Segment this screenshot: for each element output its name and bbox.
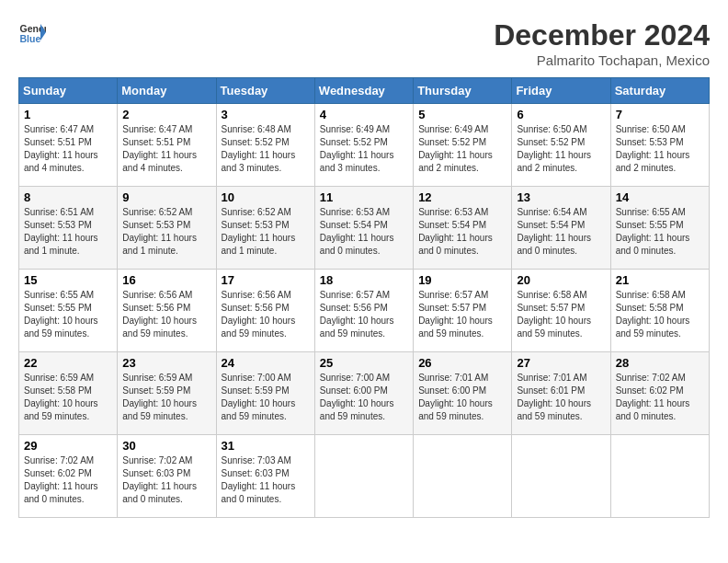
day-info: Sunrise: 6:51 AMSunset: 5:53 PMDaylight:… xyxy=(24,206,112,258)
calendar-day-cell xyxy=(414,435,512,518)
day-number: 20 xyxy=(517,273,605,287)
day-number: 21 xyxy=(616,273,704,287)
calendar-week-row: 29 Sunrise: 7:02 AMSunset: 6:02 PMDaylig… xyxy=(19,435,710,518)
day-number: 3 xyxy=(222,108,310,121)
col-monday: Monday xyxy=(118,78,216,104)
day-number: 22 xyxy=(24,356,112,370)
title-area: December 2024 Palmarito Tochapan, Mexico xyxy=(494,18,710,68)
day-info: Sunrise: 6:47 AMSunset: 5:51 PMDaylight:… xyxy=(122,123,210,175)
calendar-week-row: 1 Sunrise: 6:47 AMSunset: 5:51 PMDayligh… xyxy=(19,104,710,187)
day-number: 13 xyxy=(517,190,605,204)
calendar-day-cell: 4 Sunrise: 6:49 AMSunset: 5:52 PMDayligh… xyxy=(314,104,413,187)
day-number: 26 xyxy=(418,356,506,370)
day-info: Sunrise: 6:56 AMSunset: 5:56 PMDaylight:… xyxy=(122,289,210,340)
col-sunday: Sunday xyxy=(19,78,118,104)
day-number: 30 xyxy=(122,439,210,453)
col-thursday: Thursday xyxy=(414,78,512,104)
calendar-day-cell: 2 Sunrise: 6:47 AMSunset: 5:51 PMDayligh… xyxy=(118,104,216,187)
col-saturday: Saturday xyxy=(610,78,709,104)
header: General Blue December 2024 Palmarito Toc… xyxy=(18,18,710,68)
col-wednesday: Wednesday xyxy=(314,78,413,104)
day-info: Sunrise: 6:58 AMSunset: 5:57 PMDaylight:… xyxy=(517,289,605,340)
day-info: Sunrise: 7:03 AMSunset: 6:03 PMDaylight:… xyxy=(222,454,310,506)
day-info: Sunrise: 6:49 AMSunset: 5:52 PMDaylight:… xyxy=(418,123,506,175)
day-info: Sunrise: 7:01 AMSunset: 6:00 PMDaylight:… xyxy=(418,372,506,423)
calendar-day-cell: 30 Sunrise: 7:02 AMSunset: 6:03 PMDaylig… xyxy=(118,435,216,518)
calendar-day-cell: 8 Sunrise: 6:51 AMSunset: 5:53 PMDayligh… xyxy=(19,187,118,270)
day-number: 7 xyxy=(616,108,704,121)
calendar-day-cell: 11 Sunrise: 6:53 AMSunset: 5:54 PMDaylig… xyxy=(314,187,413,270)
calendar-day-cell: 18 Sunrise: 6:57 AMSunset: 5:56 PMDaylig… xyxy=(314,270,413,352)
day-number: 18 xyxy=(320,273,408,287)
day-info: Sunrise: 7:01 AMSunset: 6:01 PMDaylight:… xyxy=(517,372,605,423)
logo-icon: General Blue xyxy=(18,18,46,46)
day-info: Sunrise: 6:58 AMSunset: 5:58 PMDaylight:… xyxy=(616,289,704,340)
calendar-week-row: 22 Sunrise: 6:59 AMSunset: 5:58 PMDaylig… xyxy=(19,352,710,435)
logo: General Blue xyxy=(18,18,46,46)
calendar-week-row: 15 Sunrise: 6:55 AMSunset: 5:55 PMDaylig… xyxy=(19,270,710,352)
calendar-day-cell xyxy=(314,435,413,518)
day-info: Sunrise: 6:57 AMSunset: 5:57 PMDaylight:… xyxy=(418,289,506,340)
calendar-day-cell: 21 Sunrise: 6:58 AMSunset: 5:58 PMDaylig… xyxy=(610,270,709,352)
svg-text:Blue: Blue xyxy=(20,33,41,44)
location-title: Palmarito Tochapan, Mexico xyxy=(494,52,710,68)
day-info: Sunrise: 6:55 AMSunset: 5:55 PMDaylight:… xyxy=(616,206,704,258)
day-info: Sunrise: 6:52 AMSunset: 5:53 PMDaylight:… xyxy=(222,206,310,258)
day-number: 24 xyxy=(222,356,310,370)
day-number: 17 xyxy=(222,273,310,287)
calendar-day-cell: 22 Sunrise: 6:59 AMSunset: 5:58 PMDaylig… xyxy=(19,352,118,435)
calendar-day-cell: 9 Sunrise: 6:52 AMSunset: 5:53 PMDayligh… xyxy=(118,187,216,270)
calendar-table: Sunday Monday Tuesday Wednesday Thursday… xyxy=(18,77,710,518)
calendar-day-cell: 20 Sunrise: 6:58 AMSunset: 5:57 PMDaylig… xyxy=(512,270,610,352)
day-number: 12 xyxy=(418,190,506,204)
day-info: Sunrise: 6:50 AMSunset: 5:53 PMDaylight:… xyxy=(616,123,704,175)
day-number: 19 xyxy=(418,273,506,287)
day-number: 4 xyxy=(320,108,408,121)
day-number: 31 xyxy=(222,439,310,453)
calendar-day-cell: 19 Sunrise: 6:57 AMSunset: 5:57 PMDaylig… xyxy=(414,270,512,352)
calendar-day-cell: 17 Sunrise: 6:56 AMSunset: 5:56 PMDaylig… xyxy=(216,270,314,352)
day-info: Sunrise: 6:53 AMSunset: 5:54 PMDaylight:… xyxy=(418,206,506,258)
day-number: 16 xyxy=(122,273,210,287)
calendar-day-cell: 6 Sunrise: 6:50 AMSunset: 5:52 PMDayligh… xyxy=(512,104,610,187)
calendar-day-cell xyxy=(610,435,709,518)
day-number: 2 xyxy=(122,108,210,121)
calendar-day-cell: 16 Sunrise: 6:56 AMSunset: 5:56 PMDaylig… xyxy=(118,270,216,352)
day-info: Sunrise: 6:59 AMSunset: 5:59 PMDaylight:… xyxy=(122,372,210,423)
day-info: Sunrise: 6:57 AMSunset: 5:56 PMDaylight:… xyxy=(320,289,408,340)
calendar-week-row: 8 Sunrise: 6:51 AMSunset: 5:53 PMDayligh… xyxy=(19,187,710,270)
day-info: Sunrise: 6:59 AMSunset: 5:58 PMDaylight:… xyxy=(24,372,112,423)
calendar-day-cell: 13 Sunrise: 6:54 AMSunset: 5:54 PMDaylig… xyxy=(512,187,610,270)
day-info: Sunrise: 6:55 AMSunset: 5:55 PMDaylight:… xyxy=(24,289,112,340)
calendar-day-cell: 24 Sunrise: 7:00 AMSunset: 5:59 PMDaylig… xyxy=(216,352,314,435)
day-number: 25 xyxy=(320,356,408,370)
calendar-day-cell: 31 Sunrise: 7:03 AMSunset: 6:03 PMDaylig… xyxy=(216,435,314,518)
day-number: 1 xyxy=(24,108,112,121)
calendar-day-cell: 12 Sunrise: 6:53 AMSunset: 5:54 PMDaylig… xyxy=(414,187,512,270)
day-info: Sunrise: 7:02 AMSunset: 6:03 PMDaylight:… xyxy=(122,454,210,506)
month-title: December 2024 xyxy=(494,18,710,52)
calendar-day-cell: 5 Sunrise: 6:49 AMSunset: 5:52 PMDayligh… xyxy=(414,104,512,187)
col-tuesday: Tuesday xyxy=(216,78,314,104)
day-number: 28 xyxy=(616,356,704,370)
day-number: 9 xyxy=(122,190,210,204)
day-number: 8 xyxy=(24,190,112,204)
day-info: Sunrise: 6:47 AMSunset: 5:51 PMDaylight:… xyxy=(24,123,112,175)
calendar-day-cell: 15 Sunrise: 6:55 AMSunset: 5:55 PMDaylig… xyxy=(19,270,118,352)
day-number: 14 xyxy=(616,190,704,204)
calendar-day-cell: 25 Sunrise: 7:00 AMSunset: 6:00 PMDaylig… xyxy=(314,352,413,435)
day-number: 23 xyxy=(122,356,210,370)
calendar-day-cell: 27 Sunrise: 7:01 AMSunset: 6:01 PMDaylig… xyxy=(512,352,610,435)
day-info: Sunrise: 6:48 AMSunset: 5:52 PMDaylight:… xyxy=(222,123,310,175)
calendar-day-cell: 10 Sunrise: 6:52 AMSunset: 5:53 PMDaylig… xyxy=(216,187,314,270)
day-number: 6 xyxy=(517,108,605,121)
header-row: Sunday Monday Tuesday Wednesday Thursday… xyxy=(19,78,710,104)
day-info: Sunrise: 6:52 AMSunset: 5:53 PMDaylight:… xyxy=(122,206,210,258)
day-info: Sunrise: 6:50 AMSunset: 5:52 PMDaylight:… xyxy=(517,123,605,175)
day-number: 27 xyxy=(517,356,605,370)
day-info: Sunrise: 7:02 AMSunset: 6:02 PMDaylight:… xyxy=(616,372,704,423)
day-number: 15 xyxy=(24,273,112,287)
calendar-day-cell: 29 Sunrise: 7:02 AMSunset: 6:02 PMDaylig… xyxy=(19,435,118,518)
calendar-day-cell: 28 Sunrise: 7:02 AMSunset: 6:02 PMDaylig… xyxy=(610,352,709,435)
calendar-day-cell: 7 Sunrise: 6:50 AMSunset: 5:53 PMDayligh… xyxy=(610,104,709,187)
